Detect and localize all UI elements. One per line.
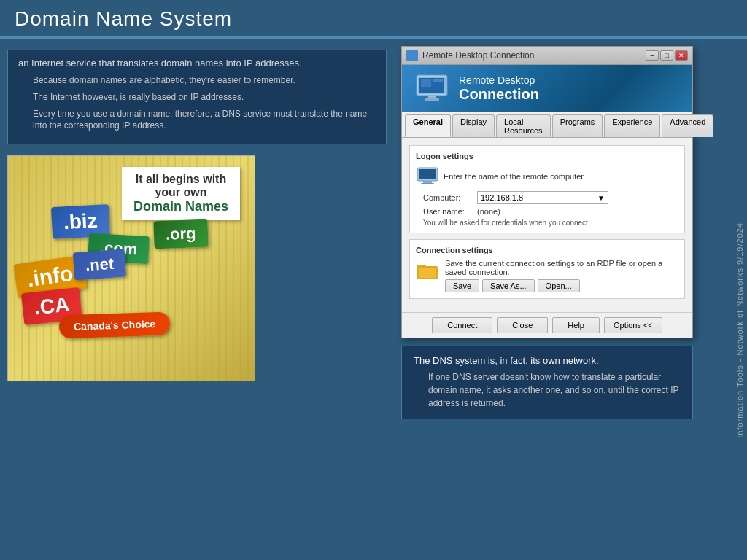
- rdp-banner-line1: Remote Desktop: [459, 74, 539, 86]
- credentials-note: You will be asked for credentials when y…: [416, 219, 678, 227]
- computer-label: Computer:: [423, 193, 474, 202]
- tab-display[interactable]: Display: [452, 114, 495, 137]
- dropdown-arrow-icon: ▼: [597, 194, 605, 202]
- header: Domain Name System: [0, 0, 747, 39]
- maximize-button[interactable]: □: [660, 50, 673, 61]
- tab-advanced[interactable]: Advanced: [662, 114, 713, 137]
- rdp-bottom-buttons: Connect Close Help Options <<: [402, 312, 692, 338]
- badge-canadas: Canada's Choice: [58, 312, 170, 339]
- rdp-banner-text: Remote Desktop Connection: [459, 74, 539, 103]
- rdp-window-controls[interactable]: – □ ✕: [646, 50, 688, 61]
- save-as-button[interactable]: Save As...: [482, 279, 535, 292]
- computer-input[interactable]: 192.168.1.8 ▼: [477, 191, 608, 204]
- rdp-tabs: General Display Local Resources Programs…: [402, 112, 692, 138]
- badge-org: .org: [153, 219, 208, 249]
- badge-container: .biz .info .com .org .net .CA Canada's C…: [15, 206, 234, 337]
- svg-rect-8: [419, 169, 436, 179]
- domain-image-inner: It all begins with your own Domain Names…: [8, 156, 255, 381]
- bullet-3: Every time you use a domain name, theref…: [33, 108, 376, 133]
- page-title: Domain Name System: [15, 7, 732, 31]
- dns-info-sub: If one DNS server doesn't know how to tr…: [428, 370, 681, 410]
- folder-icon: [416, 259, 439, 282]
- rdp-title: Remote Desktop Connection: [422, 50, 534, 61]
- svg-rect-4: [433, 79, 443, 82]
- rdp-banner: Remote Desktop Connection: [402, 65, 692, 112]
- open-button[interactable]: Open...: [538, 279, 580, 292]
- rdp-content: Logon settings Enter the name of the rem…: [402, 138, 692, 312]
- logon-section: Logon settings Enter the name of the rem…: [409, 145, 685, 233]
- close-rdp-button[interactable]: Close: [497, 317, 548, 333]
- close-button[interactable]: ✕: [675, 50, 688, 61]
- help-button[interactable]: Help: [552, 317, 600, 333]
- svg-rect-12: [417, 265, 426, 268]
- tab-programs[interactable]: Programs: [552, 114, 603, 137]
- rdp-window: Remote Desktop Connection – □ ✕: [401, 46, 693, 338]
- svg-rect-3: [421, 79, 431, 87]
- connection-buttons: Save Save As... Open...: [445, 279, 678, 292]
- domain-image: It all begins with your own Domain Names…: [7, 155, 255, 381]
- save-button[interactable]: Save: [445, 279, 479, 292]
- left-panel: an Internet service that translates doma…: [0, 39, 394, 560]
- rdp-app-icon: [406, 50, 418, 61]
- tab-experience[interactable]: Experience: [604, 114, 660, 137]
- rdp-monitor-icon: [414, 74, 450, 103]
- tab-general[interactable]: General: [405, 114, 451, 137]
- minimize-button[interactable]: –: [646, 50, 659, 61]
- right-panel: Remote Desktop Connection – □ ✕: [394, 39, 747, 560]
- description-main: an Internet service that translates doma…: [18, 58, 376, 69]
- sidebar-text: Information Tools - Network of Networks …: [735, 222, 744, 438]
- connection-section-title: Connection settings: [416, 246, 678, 254]
- username-value: (none): [477, 207, 500, 216]
- rdp-titlebar-left: Remote Desktop Connection: [406, 50, 534, 61]
- svg-rect-5: [428, 96, 436, 98]
- connection-section: Connection settings Save the current con…: [409, 239, 685, 299]
- computer-row: Computer: 192.168.1.8 ▼: [416, 191, 678, 204]
- options-button[interactable]: Options <<: [604, 317, 662, 333]
- connection-row: Save the current connection settings to …: [416, 259, 678, 292]
- svg-rect-13: [419, 268, 436, 278]
- logon-section-title: Logon settings: [416, 152, 678, 160]
- badge-net: .net: [73, 249, 127, 281]
- username-row: User name: (none): [416, 207, 678, 216]
- bullet-1: Because domain names are alphabetic, the…: [33, 74, 376, 87]
- logon-prompt-text: Enter the name of the remote computer.: [444, 172, 585, 181]
- domain-line1: It all begins with: [133, 173, 228, 186]
- username-label: User name:: [423, 207, 474, 216]
- dns-info-main: The DNS system is, in fact, its own netw…: [414, 355, 681, 366]
- rdp-titlebar: Remote Desktop Connection – □ ✕: [402, 47, 692, 65]
- main-content: an Internet service that translates doma…: [0, 39, 747, 560]
- computer-icon: [416, 165, 439, 188]
- logon-prompt-row: Enter the name of the remote computer.: [416, 165, 678, 188]
- computer-value: 192.168.1.8: [481, 193, 523, 202]
- connection-content: Save the current connection settings to …: [445, 259, 678, 292]
- sidebar-text-container: Information Tools - Network of Networks …: [732, 112, 747, 549]
- connect-button[interactable]: Connect: [432, 317, 492, 333]
- domain-line2: your own: [133, 186, 228, 199]
- svg-rect-9: [423, 181, 432, 183]
- monitor-svg: [414, 74, 450, 103]
- bullet-2: The Internet however, is really based on…: [33, 91, 376, 104]
- tab-local-resources[interactable]: Local Resources: [496, 114, 551, 137]
- svg-rect-6: [425, 98, 439, 101]
- dns-info-box: The DNS system is, in fact, its own netw…: [401, 346, 693, 419]
- svg-rect-10: [421, 183, 434, 184]
- connection-text: Save the current connection settings to …: [445, 259, 678, 276]
- description-box: an Internet service that translates doma…: [7, 50, 387, 144]
- rdp-banner-line2: Connection: [459, 86, 539, 103]
